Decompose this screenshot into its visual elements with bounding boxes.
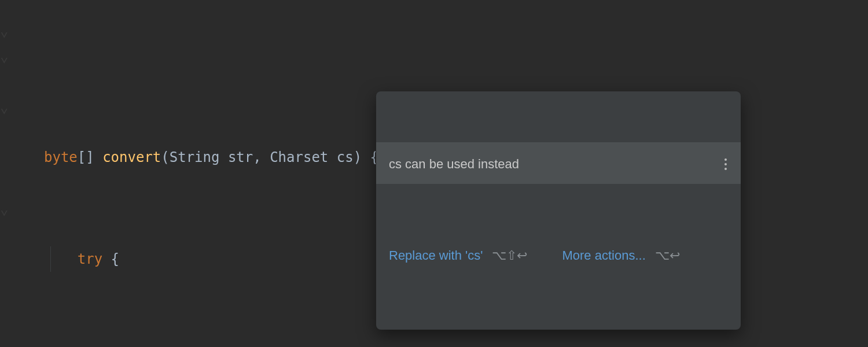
gutter: ⌄ ⌄ ⌄ ⌄ xyxy=(0,0,10,347)
shortcut-hint: ⌥⇧↩ xyxy=(492,243,527,268)
quickfix-replace-action[interactable]: Replace with 'cs' xyxy=(389,243,483,268)
intention-title: cs can be used instead xyxy=(389,152,519,177)
code-text: [] xyxy=(78,149,102,165)
intention-popup-header: cs can be used instead xyxy=(376,142,741,184)
keyword: byte xyxy=(44,149,78,165)
fold-marker-icon[interactable]: ⌄ xyxy=(0,193,8,224)
more-actions-link[interactable]: More actions... xyxy=(562,243,645,268)
intention-actions-row: Replace with 'cs' ⌥⇧↩ More actions... ⌥↩ xyxy=(376,235,741,279)
shortcut-hint: ⌥↩ xyxy=(655,243,680,268)
intention-popup: cs can be used instead Replace with 'cs'… xyxy=(376,91,741,330)
code-text: (String str, Charset cs) { xyxy=(161,149,378,165)
fold-marker-icon[interactable]: ⌄ xyxy=(0,91,8,122)
more-options-icon[interactable] xyxy=(721,156,730,172)
method-name: convert xyxy=(102,149,161,165)
keyword: try xyxy=(78,251,102,267)
code-editor[interactable]: ⌄ ⌄ ⌄ ⌄ byte[] convert(String str, Chars… xyxy=(0,0,868,347)
fold-marker-icon[interactable]: ⌄ xyxy=(0,40,8,71)
code-text: { xyxy=(102,251,119,267)
